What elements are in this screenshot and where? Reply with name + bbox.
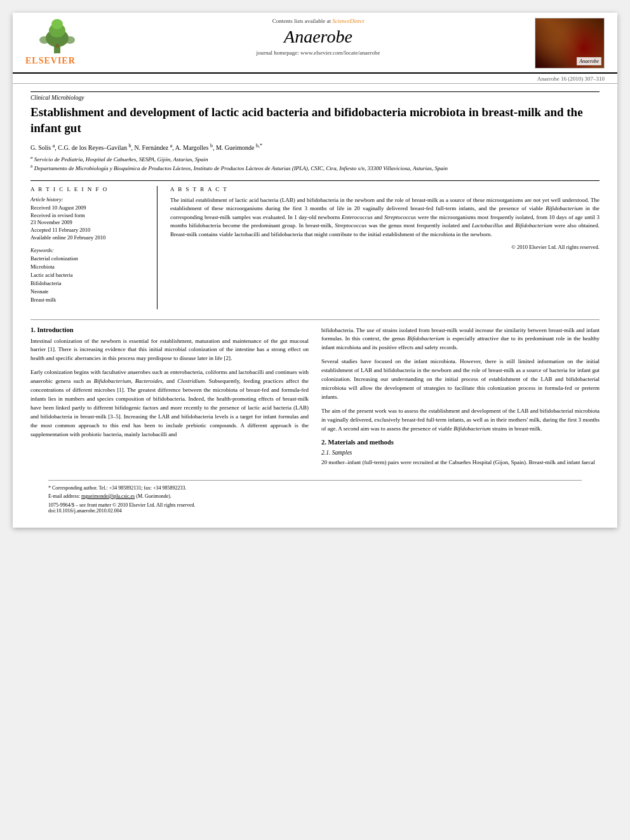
article-info-panel: A R T I C L E I N F O Article history: R… (30, 186, 158, 309)
svg-point-3 (51, 19, 63, 29)
right-para-2: Several studies have focused on the infa… (321, 357, 600, 402)
footer: * Corresponding author. Tel.: +34 985892… (48, 480, 582, 520)
elsevier-label: ELSEVIER (25, 56, 76, 66)
keywords-list: Bacterial colonization Microbiota Lactic… (30, 255, 149, 303)
right-para-3: The aim of the present work was to asses… (321, 407, 600, 434)
footer-copyright: 1075-9964/$ – see front matter © 2010 El… (48, 502, 582, 514)
main-columns: 1. Introduction Intestinal colonization … (30, 319, 600, 472)
info-abstract-section: A R T I C L E I N F O Article history: R… (30, 180, 600, 309)
samples-subheading: 2.1. Samples (321, 450, 600, 456)
article-info-title: A R T I C L E I N F O (30, 186, 149, 192)
copyright-line: © 2010 Elsevier Ltd. All rights reserved… (170, 244, 600, 250)
keyword-4: Bifidobacteria (30, 280, 149, 288)
methods-heading: 2. Materials and methods (321, 439, 600, 446)
left-column: 1. Introduction Intestinal colonization … (30, 326, 309, 472)
svg-point-6 (65, 36, 75, 44)
abstract-section: A B S T R A C T The initial establishmen… (170, 186, 600, 309)
page: ELSEVIER Contents lists available at Sci… (13, 13, 617, 528)
right-column: bifidobacteria. The use of strains isola… (321, 326, 600, 472)
journal-ref: Anaerobe 16 (2010) 307–310 (13, 74, 617, 84)
abstract-text: The initial establishment of lactic acid… (170, 196, 600, 239)
affiliation-b: b Departamento de Microbiología y Bioquí… (30, 164, 600, 171)
homepage-line: journal homepage: www.elsevier.com/locat… (114, 50, 522, 56)
article-body: Clinical Microbiology Establishment and … (13, 84, 617, 528)
contents-line: Contents lists available at ScienceDirec… (114, 18, 522, 24)
affiliation-a: a Servicio de Pediatría, Hospital de Cab… (30, 155, 600, 163)
section-tag: Clinical Microbiology (30, 91, 600, 101)
keyword-6: Breast-milk (30, 297, 149, 304)
journal-center: Contents lists available at ScienceDirec… (102, 18, 535, 56)
footnote-email: E-mail address: mgueimonde@ipla.csic.es … (48, 493, 582, 500)
authors-line: G. Solís a, C.G. de los Reyes–Gavilan b,… (30, 142, 600, 150)
svg-point-5 (39, 36, 50, 44)
keyword-3: Lactic acid bacteria (30, 272, 149, 279)
keyword-1: Bacterial colonization (30, 255, 149, 263)
footnote-corresponding: * Corresponding author. Tel.: +34 985892… (48, 484, 582, 491)
journal-thumbnail: Anaerobe (535, 18, 605, 69)
elsevier-tree-icon (25, 18, 89, 55)
keyword-2: Microbiota (30, 263, 149, 271)
intro-para-1: Intestinal colonization of the newborn i… (30, 337, 309, 364)
journal-name: Anaerobe (114, 27, 522, 47)
email-link[interactable]: mgueimonde@ipla.csic.es (81, 493, 135, 499)
elsevier-logo: ELSEVIER (25, 18, 102, 66)
sciencedirect-link[interactable]: ScienceDirect (332, 18, 364, 24)
svg-point-4 (55, 44, 59, 48)
right-para-1: bifidobacteria. The use of strains isola… (321, 326, 600, 353)
intro-heading: 1. Introduction (30, 326, 309, 333)
intro-para-2: Early colonization begins with facultati… (30, 368, 309, 439)
thumbnail-label: Anaerobe (577, 57, 601, 65)
abstract-title: A B S T R A C T (170, 186, 600, 192)
keywords-title: Keywords: (30, 247, 149, 253)
journal-header: ELSEVIER Contents lists available at Sci… (13, 13, 617, 74)
keyword-5: Neonate (30, 288, 149, 296)
authors-text: G. Solís a, C.G. de los Reyes–Gavilan b,… (30, 144, 262, 151)
history-title: Article history: (30, 196, 149, 203)
history-text: Received 10 August 2009 Received in revi… (30, 204, 149, 242)
article-title: Establishment and development of lactic … (30, 105, 600, 136)
samples-text: 20 mother–infant (full-term) pairs were … (321, 458, 600, 467)
